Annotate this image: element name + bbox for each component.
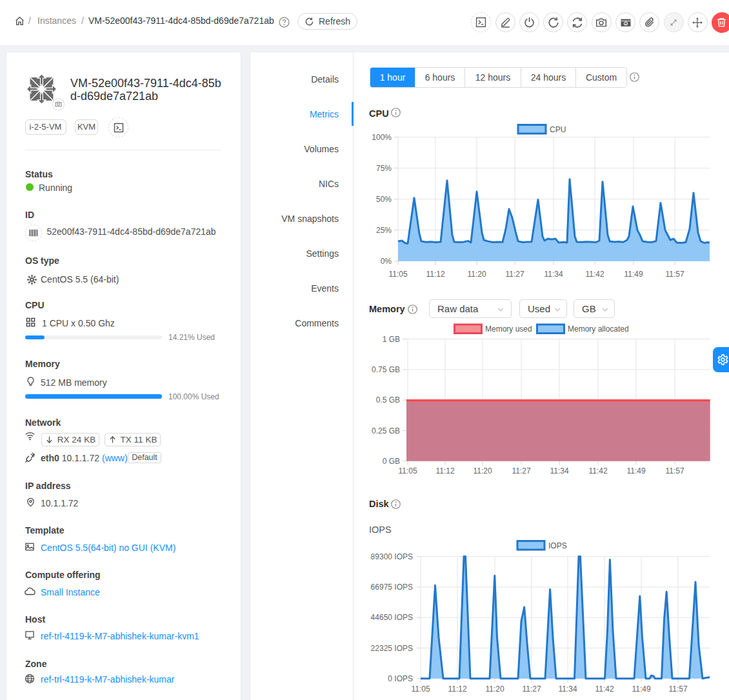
svg-text:0.25 GB: 0.25 GB	[372, 426, 400, 435]
svg-text:11:34: 11:34	[550, 466, 568, 475]
svg-text:CPU: CPU	[550, 125, 566, 134]
svg-text:0.5 GB: 0.5 GB	[376, 395, 400, 405]
svg-text:11:57: 11:57	[665, 270, 684, 279]
svg-text:11:34: 11:34	[558, 685, 577, 694]
svg-text:100%: 100%	[372, 133, 392, 142]
svg-text:11:42: 11:42	[585, 270, 604, 279]
svg-text:11:49: 11:49	[624, 270, 643, 279]
svg-text:0 GB: 0 GB	[383, 457, 400, 466]
svg-text:11:27: 11:27	[512, 466, 530, 475]
svg-text:11:05: 11:05	[388, 270, 407, 279]
svg-text:Memory allocated: Memory allocated	[568, 325, 629, 334]
svg-text:22325 IOPS: 22325 IOPS	[371, 644, 413, 653]
svg-text:11:42: 11:42	[588, 466, 607, 475]
svg-text:11:20: 11:20	[485, 685, 504, 694]
svg-text:IOPS: IOPS	[548, 541, 567, 550]
svg-text:11:34: 11:34	[544, 270, 563, 279]
svg-text:44650 IOPS: 44650 IOPS	[371, 613, 413, 622]
svg-text:11:12: 11:12	[448, 685, 466, 694]
svg-text:0 IOPS: 0 IOPS	[388, 674, 413, 683]
svg-text:Memory used: Memory used	[485, 325, 532, 334]
svg-text:66975 IOPS: 66975 IOPS	[371, 583, 413, 592]
svg-text:89300 IOPS: 89300 IOPS	[371, 552, 413, 561]
svg-text:25%: 25%	[376, 226, 392, 235]
svg-text:11:49: 11:49	[626, 466, 645, 475]
svg-text:1 GB: 1 GB	[383, 335, 400, 344]
svg-text:11:57: 11:57	[665, 466, 684, 475]
svg-text:11:05: 11:05	[398, 466, 417, 475]
svg-text:11:20: 11:20	[467, 270, 486, 279]
svg-text:11:42: 11:42	[595, 685, 614, 694]
svg-text:75%: 75%	[376, 164, 392, 173]
svg-text:11:05: 11:05	[411, 685, 430, 694]
svg-text:11:27: 11:27	[522, 685, 541, 694]
svg-text:11:12: 11:12	[435, 466, 454, 475]
svg-text:11:57: 11:57	[668, 685, 687, 694]
svg-text:11:20: 11:20	[473, 466, 492, 475]
svg-text:11:12: 11:12	[426, 270, 444, 279]
svg-text:0.75 GB: 0.75 GB	[372, 365, 400, 374]
svg-text:50%: 50%	[376, 195, 392, 204]
svg-text:11:49: 11:49	[632, 685, 650, 694]
svg-text:0%: 0%	[381, 257, 392, 266]
svg-text:11:27: 11:27	[505, 270, 524, 279]
